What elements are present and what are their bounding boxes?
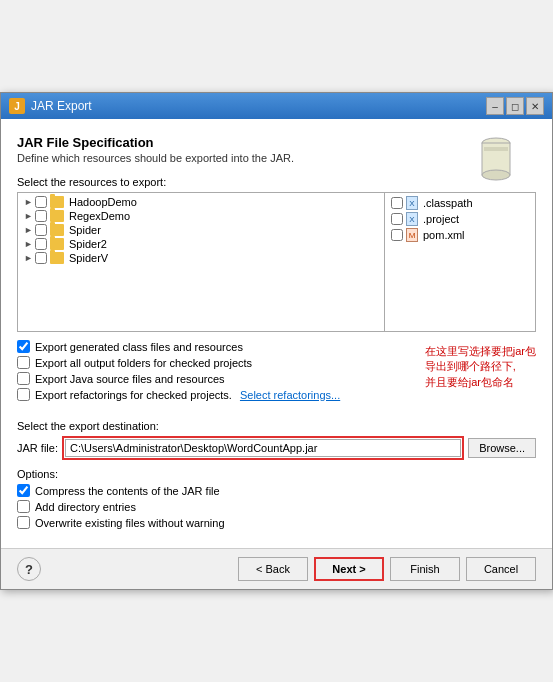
jar-icon	[476, 135, 516, 188]
checkbox-spiderv[interactable]	[35, 252, 47, 264]
tree-label-spider2: Spider2	[69, 238, 107, 250]
file-item-project[interactable]: X .project	[387, 211, 533, 227]
file-label-classpath: .classpath	[423, 197, 473, 209]
checkbox-project[interactable]	[391, 213, 403, 225]
checkbox-spider2[interactable]	[35, 238, 47, 250]
title-controls: – ◻ ✕	[486, 97, 544, 115]
checkbox-pomxml[interactable]	[391, 229, 403, 241]
checkbox-class-files[interactable]	[17, 340, 30, 353]
option-label-directory: Add directory entries	[35, 501, 136, 513]
option-label-class-files: Export generated class files and resourc…	[35, 341, 243, 353]
checkbox-spider[interactable]	[35, 224, 47, 236]
option-class-files: Export generated class files and resourc…	[17, 340, 399, 353]
tree-arrow: ►	[24, 211, 32, 221]
jar-file-row: JAR file: Browse...	[17, 436, 536, 460]
tree-arrow: ►	[24, 225, 32, 235]
jar-export-window: J JAR Export – ◻ ✕ JAR File Specificatio…	[0, 92, 553, 590]
option-label-output-folders: Export all output folders for checked pr…	[35, 357, 252, 369]
file-label-pomxml: pom.xml	[423, 229, 465, 241]
checkbox-regexdemo[interactable]	[35, 210, 47, 222]
tree-item-spiderv[interactable]: ► SpiderV	[20, 251, 382, 265]
option-label-java-source: Export Java source files and resources	[35, 373, 225, 385]
tree-arrow: ►	[24, 197, 32, 207]
option-java-source: Export Java source files and resources	[17, 372, 399, 385]
folder-icon	[50, 224, 64, 236]
checkbox-java-source[interactable]	[17, 372, 30, 385]
file-icon-project: X	[406, 212, 418, 226]
export-options-section: Export generated class files and resourc…	[17, 340, 399, 404]
checkbox-overwrite[interactable]	[17, 516, 30, 529]
page-description: Define which resources should be exporte…	[17, 152, 476, 164]
option-refactorings: Export refactorings for checked projects…	[17, 388, 399, 401]
option-label-refactorings: Export refactorings for checked projects…	[35, 389, 235, 401]
option-label-overwrite: Overwrite existing files without warning	[35, 517, 225, 529]
restore-button[interactable]: ◻	[506, 97, 524, 115]
select-refactorings-link[interactable]: Select refactorings...	[240, 389, 340, 401]
tree-arrow: ►	[24, 239, 32, 249]
help-button[interactable]: ?	[17, 557, 41, 581]
file-icon-pomxml: M	[406, 228, 418, 242]
title-bar-left: J JAR Export	[9, 98, 92, 114]
bottom-bar: ? < Back Next > Finish Cancel	[1, 548, 552, 589]
tree-arrow: ►	[24, 253, 32, 263]
resources-label: Select the resources to export:	[17, 176, 536, 188]
annotation-line1: 在这里写选择要把jar包	[425, 344, 536, 359]
window-title: JAR Export	[31, 99, 92, 113]
main-content: JAR File Specification Define which reso…	[1, 119, 552, 548]
options-annotation-row: Export generated class files and resourc…	[17, 340, 536, 412]
option-compress: Compress the contents of the JAR file	[17, 484, 536, 497]
file-item-classpath[interactable]: X .classpath	[387, 195, 533, 211]
tree-label-hadoopdemo: HadoopDemo	[69, 196, 137, 208]
checkbox-classpath[interactable]	[391, 197, 403, 209]
file-icon-classpath: X	[406, 196, 418, 210]
tree-item-spider[interactable]: ► Spider	[20, 223, 382, 237]
annotation-line3: 并且要给jar包命名	[425, 375, 536, 390]
option-overwrite: Overwrite existing files without warning	[17, 516, 536, 529]
finish-button[interactable]: Finish	[390, 557, 460, 581]
export-dest-label: Select the export destination:	[17, 420, 536, 432]
checkbox-compress[interactable]	[17, 484, 30, 497]
header-area: JAR File Specification Define which reso…	[17, 135, 536, 164]
tree-item-hadoopdemo[interactable]: ► HadoopDemo	[20, 195, 382, 209]
jar-file-input[interactable]	[65, 439, 461, 457]
options-checkboxes: Compress the contents of the JAR file Ad…	[17, 484, 536, 529]
files-panel[interactable]: X .classpath X .project M pom.xml	[385, 193, 535, 331]
browse-button[interactable]: Browse...	[468, 438, 536, 458]
jar-input-wrapper	[62, 436, 464, 460]
folder-icon	[50, 252, 64, 264]
next-button[interactable]: Next >	[314, 557, 384, 581]
resources-panel: ► HadoopDemo ► RegexDemo ► Spider	[17, 192, 536, 332]
tree-item-regexdemo[interactable]: ► RegexDemo	[20, 209, 382, 223]
folder-icon	[50, 210, 64, 222]
tree-panel[interactable]: ► HadoopDemo ► RegexDemo ► Spider	[18, 193, 385, 331]
cancel-button[interactable]: Cancel	[466, 557, 536, 581]
tree-label-spiderv: SpiderV	[69, 252, 108, 264]
file-item-pomxml[interactable]: M pom.xml	[387, 227, 533, 243]
annotation-area: 在这里写选择要把jar包 导出到哪个路径下, 并且要给jar包命名	[409, 344, 536, 390]
options-label: Options:	[17, 468, 536, 480]
minimize-button[interactable]: –	[486, 97, 504, 115]
close-button[interactable]: ✕	[526, 97, 544, 115]
checkbox-directory[interactable]	[17, 500, 30, 513]
tree-label-regexdemo: RegexDemo	[69, 210, 130, 222]
checkbox-hadoopdemo[interactable]	[35, 196, 47, 208]
window-icon: J	[9, 98, 25, 114]
folder-icon	[50, 196, 64, 208]
tree-label-spider: Spider	[69, 224, 101, 236]
checkbox-refactorings[interactable]	[17, 388, 30, 401]
page-title: JAR File Specification	[17, 135, 476, 150]
option-directory: Add directory entries	[17, 500, 536, 513]
svg-point-2	[482, 170, 510, 180]
nav-buttons: < Back Next > Finish Cancel	[238, 557, 536, 581]
back-button[interactable]: < Back	[238, 557, 308, 581]
title-bar: J JAR Export – ◻ ✕	[1, 93, 552, 119]
file-label-project: .project	[423, 213, 459, 225]
folder-icon	[50, 238, 64, 250]
option-output-folders: Export all output folders for checked pr…	[17, 356, 399, 369]
jar-file-label: JAR file:	[17, 442, 58, 454]
checkbox-output-folders[interactable]	[17, 356, 30, 369]
svg-rect-3	[484, 147, 508, 151]
option-label-compress: Compress the contents of the JAR file	[35, 485, 220, 497]
annotation-line2: 导出到哪个路径下,	[425, 359, 536, 374]
tree-item-spider2[interactable]: ► Spider2	[20, 237, 382, 251]
